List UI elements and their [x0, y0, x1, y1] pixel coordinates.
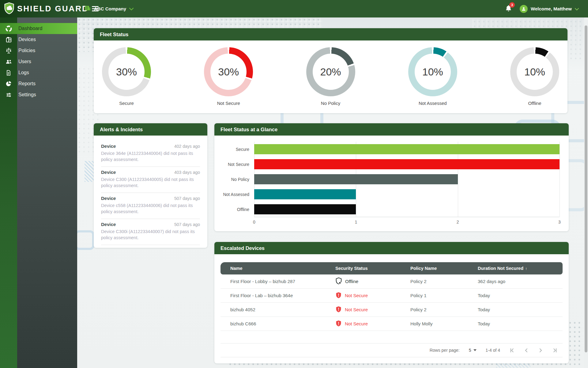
table-row[interactable]: bizhub C666 Not Secure Holly Molly Today [221, 317, 563, 331]
sidebar-label-devices: Devices [17, 37, 36, 42]
building-icon [85, 5, 91, 13]
sidebar-item-devices[interactable]: Devices [0, 34, 77, 45]
scrollbar-thumb[interactable] [585, 25, 587, 352]
offline-shield-icon [335, 277, 342, 286]
alert-message: Device C300 (A112233440005) did not pass… [101, 176, 200, 189]
donut-chart: 30% [204, 47, 253, 96]
bar-chart-categories: Secure Not Secure No Policy Not Assessed… [220, 142, 254, 217]
chevron-down-icon [129, 6, 134, 12]
alerts-panel: Alerts & Incidents Device 402 days ago D… [94, 123, 207, 248]
sidebar-nav: Dashboard Devices Policies [0, 23, 77, 100]
alert-item: Device 402 days ago Device 364e (A112233… [101, 144, 200, 167]
sidebar-label-reports: Reports [17, 81, 36, 86]
column-header-name[interactable]: Name [230, 266, 335, 271]
policies-icon [0, 47, 17, 54]
column-header-duration[interactable]: Duration Not Secured↑ [478, 266, 563, 271]
alert-source: Device [101, 170, 116, 175]
category-label: Secure [220, 142, 254, 157]
alert-time: 403 days ago [174, 170, 200, 175]
sidebar-item-settings[interactable]: Settings [0, 89, 77, 100]
welcome-text: Welcome, Matthew [531, 6, 572, 11]
pagination-range: 1-4 of 4 [486, 348, 500, 353]
alert-source: Device [101, 144, 116, 149]
donut-value: 30% [204, 47, 253, 96]
devices-icon [0, 36, 17, 43]
rows-per-page-select[interactable]: 5 [469, 348, 477, 353]
bar-chart-axis: 0 1 2 3 [254, 217, 560, 226]
rows-per-page-label: Rows per page: [430, 348, 460, 353]
sidebar-item-dashboard[interactable]: Dashboard [0, 23, 77, 34]
table-row[interactable]: bizhub 4052 Not Secure Policy 2 Today [221, 303, 563, 317]
reports-icon [0, 80, 17, 87]
topbar-right: 3 Welcome, Matthew [505, 5, 588, 13]
alert-time: 507 days ago [174, 222, 200, 227]
donut-label: No Policy [321, 101, 340, 106]
fleet-status-panel: Fleet Status 30% Secure 30% Not Secure [94, 28, 567, 113]
status-cell: Not Secure [335, 292, 410, 300]
escalated-devices-title: Escalated Devices [214, 242, 569, 254]
app-logo: SHIELD GUARD [0, 0, 77, 17]
background-pattern [85, 161, 94, 182]
status-cell: Not Secure [335, 306, 410, 314]
table-header-row: Name Security Status Policy Name Duratio… [221, 262, 563, 274]
column-header-status[interactable]: Security Status [335, 266, 410, 271]
donut-label: Secure [119, 101, 134, 106]
axis-tick: 1 [355, 220, 357, 224]
dashboard-page: SHIELD GUARD ABC Company [0, 0, 588, 368]
sidebar-label-policies: Policies [17, 48, 35, 53]
bar-chart-plot [254, 142, 560, 217]
policy-name: Policy 2 [410, 279, 478, 284]
table-pagination: Rows per page: 5 1-4 of 4 [214, 343, 569, 357]
device-name: First Floor - Lab – bizhub 364e [230, 293, 335, 298]
alert-item: Device 507 days ago Device c558 (A112233… [101, 193, 200, 219]
sidebar: Dashboard Devices Policies [0, 17, 77, 368]
shield-logo-icon [4, 2, 15, 16]
alerts-title: Alerts & Incidents [94, 123, 207, 136]
duration: Today [478, 307, 563, 312]
fleet-status-title: Fleet Status [94, 28, 567, 40]
company-selector[interactable]: ABC Company [85, 5, 134, 13]
duration: 362 days ago [478, 279, 563, 284]
donut-offline: 10% Offline [510, 47, 559, 106]
previous-page-button[interactable] [524, 348, 529, 353]
sidebar-item-reports[interactable]: Reports [0, 78, 77, 89]
duration: Today [478, 293, 563, 298]
sidebar-item-logs[interactable]: Logs [0, 67, 77, 78]
donut-not-assessed: 10% Not Assessed [408, 47, 457, 106]
category-label: Offline [220, 202, 254, 217]
sidebar-label-settings: Settings [17, 92, 36, 98]
not-secure-shield-icon [335, 306, 342, 314]
device-name: First Floor - Lobby – bizhub 287 [230, 279, 335, 284]
gridline [560, 142, 560, 217]
table-row[interactable]: First Floor - Lobby – bizhub 287 Offline… [221, 274, 563, 289]
notifications-button[interactable]: 3 [505, 5, 512, 13]
sidebar-item-policies[interactable]: Policies [0, 45, 77, 56]
last-page-button[interactable] [552, 348, 558, 353]
next-page-button[interactable] [538, 348, 543, 353]
alert-item: Device 507 days ago Device C300i (A11223… [101, 219, 200, 245]
logs-icon [0, 70, 17, 76]
device-name: bizhub 4052 [230, 307, 335, 312]
user-menu[interactable]: Welcome, Matthew [520, 5, 579, 13]
alerts-list: Device 402 days ago Device 364e (A112233… [94, 136, 207, 245]
sidebar-item-users[interactable]: Users [0, 56, 77, 67]
donut-chart: 10% [408, 47, 457, 96]
sidebar-label-logs: Logs [17, 70, 29, 75]
company-name: ABC Company [94, 6, 126, 11]
status-cell: Offline [335, 277, 410, 286]
glance-chart-panel: Fleet Status at a Glance Secure Not Secu… [214, 123, 569, 231]
donut-secure: 30% Secure [102, 47, 151, 106]
category-label: Not Assessed [220, 187, 254, 202]
policy-name: Policy 1 [410, 293, 478, 298]
donut-no-policy: 20% No Policy [306, 47, 355, 106]
column-header-policy[interactable]: Policy Name [410, 266, 478, 271]
bar-secure [254, 142, 560, 157]
settings-icon [0, 92, 17, 98]
alert-time: 507 days ago [174, 196, 200, 201]
table-row[interactable]: First Floor - Lab – bizhub 364e Not Secu… [221, 289, 563, 303]
first-page-button[interactable] [509, 348, 514, 353]
page-scrollbar[interactable] [584, 17, 588, 368]
category-label: No Policy [220, 172, 254, 187]
not-secure-shield-icon [335, 320, 342, 328]
glance-chart-title: Fleet Status at a Glance [214, 123, 569, 136]
